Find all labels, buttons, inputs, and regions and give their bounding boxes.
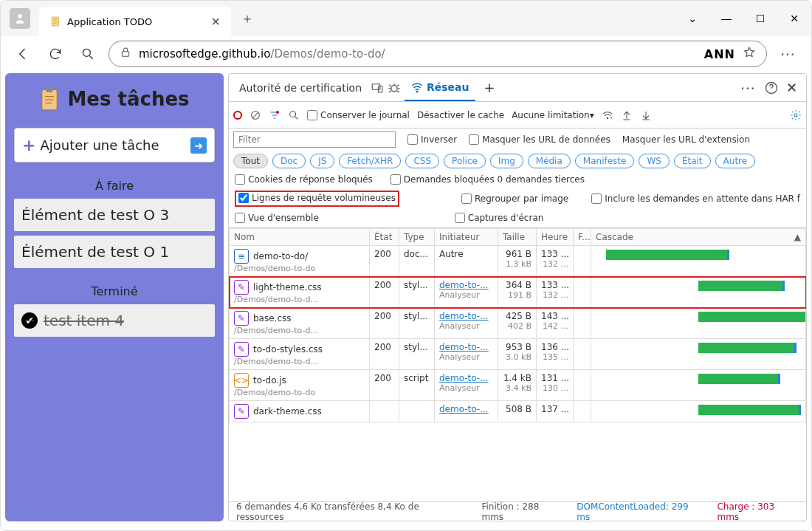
clear-button[interactable] <box>250 109 261 121</box>
devtools-panel: Autorité de certification Réseau + ⋯ ✕ C… <box>228 73 807 521</box>
network-filter-row: Inverser Masquer les URL de données Masq… <box>229 129 806 151</box>
chip-wasm[interactable]: Était <box>674 154 711 168</box>
window-maximize-button[interactable]: ☐ <box>743 4 777 33</box>
table-row[interactable]: ✎light-theme.css/Demos/demo-to-d...200st… <box>230 277 806 308</box>
table-row[interactable]: ✎to-do-styles.css/Demos/demo-to-d...200s… <box>230 339 806 370</box>
screenshots-checkbox[interactable]: Captures d'écran <box>455 213 544 223</box>
devtools-more-button[interactable]: ⋯ <box>736 79 761 97</box>
url-box[interactable]: microsoftedge.github.io/Demos/demo-to-do… <box>109 41 767 67</box>
search-button[interactable] <box>76 42 100 66</box>
tab-authority[interactable]: Autorité de certification <box>233 76 368 100</box>
hide-ext-label: Masquer les URL d'extension <box>622 134 750 145</box>
download-icon[interactable] <box>640 109 652 121</box>
window-caret-icon[interactable]: ⌄ <box>675 4 709 33</box>
devtools-tabstrip: Autorité de certification Réseau + ⋯ ✕ <box>229 74 806 102</box>
chip-manifest[interactable]: Manifeste <box>575 154 635 168</box>
table-row[interactable]: ✎base.css/Demos/demo-to-d...200styl...de… <box>230 308 806 339</box>
done-task-item[interactable]: ✔ test item 4 <box>14 304 215 337</box>
col-waterfall[interactable]: Cascade▲ <box>591 229 806 246</box>
chip-img[interactable]: Img <box>490 154 523 168</box>
svg-point-17 <box>276 111 279 114</box>
favorite-button[interactable] <box>743 46 756 62</box>
network-table[interactable]: Nom État Type Initiateur Taille Heure F.… <box>229 227 806 501</box>
chip-js[interactable]: JS <box>310 154 334 168</box>
lock-icon <box>120 47 131 61</box>
network-toolbar: Conserver le journal Désactiver le cache… <box>229 102 806 129</box>
col-time[interactable]: Heure <box>537 229 574 246</box>
large-rows-checkbox[interactable]: Lignes de requête volumineuses <box>238 193 396 203</box>
col-name[interactable]: Nom <box>230 229 370 246</box>
table-row[interactable]: ✎dark-theme.cssdemo-to-...508 B137 ... <box>230 401 806 422</box>
include-har-checkbox[interactable]: Inclure les demandes en attente dans HAR… <box>591 191 800 207</box>
search-icon[interactable] <box>288 109 300 121</box>
blocked-cookies-checkbox[interactable]: Cookies de réponse bloqués <box>235 174 373 185</box>
svg-point-18 <box>290 111 296 117</box>
chip-doc[interactable]: Doc <box>272 154 306 168</box>
section-done-label: Terminé <box>11 284 218 298</box>
col-initiator[interactable]: Initiateur <box>435 229 498 246</box>
chip-css[interactable]: CSS <box>405 154 439 168</box>
invert-checkbox[interactable]: Inverser <box>407 134 457 145</box>
app-title: Mes tâches <box>11 86 218 112</box>
plus-icon: + <box>22 136 35 154</box>
add-task-input[interactable]: + Ajouter une tâche ➜ <box>14 128 215 162</box>
chip-other[interactable]: Autre <box>715 154 756 168</box>
col-size[interactable]: Taille <box>498 229 537 246</box>
type-chips: Tout Doc JS Fetch/XHR CSS Police Img Méd… <box>229 151 806 173</box>
settings-gear-icon[interactable] <box>790 109 802 121</box>
tab-close-button[interactable]: ✕ <box>211 15 221 29</box>
record-button[interactable] <box>233 111 242 120</box>
chip-tout[interactable]: Tout <box>233 154 268 168</box>
chip-ws[interactable]: WS <box>639 154 669 168</box>
col-type[interactable]: Type <box>399 229 435 246</box>
table-row[interactable]: ≡demo-to-do//Demos/demo-to-do200doc...Au… <box>230 246 806 277</box>
reload-button[interactable] <box>44 42 67 66</box>
url-text: microsoftedge.github.io/Demos/demo-to-do… <box>139 47 385 61</box>
svg-point-4 <box>83 49 90 56</box>
upload-icon[interactable] <box>621 109 633 121</box>
browser-tab[interactable]: Application TODO ✕ <box>39 7 231 36</box>
col-f[interactable]: F... <box>574 229 591 246</box>
submit-task-button[interactable]: ➜ <box>190 137 207 154</box>
titlebar: Application TODO ✕ ＋ ⌄ ― ☐ ✕ <box>1 1 811 36</box>
status-dcl: DOMContentLoaded: 299 ms <box>577 501 703 522</box>
device-icon[interactable] <box>371 81 384 95</box>
devtools-close-button[interactable]: ✕ <box>782 80 802 95</box>
col-status[interactable]: État <box>370 229 399 246</box>
group-by-frame-checkbox[interactable]: Regrouper par image <box>461 191 568 207</box>
throttle-select[interactable]: Aucune limitation▾ <box>512 110 594 120</box>
tab-add[interactable]: + <box>478 74 501 101</box>
browser-menu-button[interactable]: ⋯ <box>776 45 801 63</box>
address-bar: microsoftedge.github.io/Demos/demo-to-do… <box>1 36 811 72</box>
task-item[interactable]: Élément de test O 3 <box>14 199 215 231</box>
help-icon[interactable] <box>764 80 779 95</box>
done-task-label: test item 4 <box>44 312 124 329</box>
network-conditions-icon[interactable] <box>602 109 613 121</box>
preserve-log-checkbox[interactable]: Conserver le journal <box>307 110 410 120</box>
table-row[interactable]: <>to-do.js/Demos/demo-to-do200scriptdemo… <box>230 370 806 401</box>
chip-font[interactable]: Police <box>444 154 486 168</box>
window-minimize-button[interactable]: ― <box>709 4 743 33</box>
back-button[interactable] <box>11 42 35 66</box>
blocked-requests-checkbox[interactable]: Demandes bloquées 0 demandes tierces <box>390 174 585 185</box>
bug-icon[interactable] <box>387 80 402 95</box>
hide-data-urls-checkbox[interactable]: Masquer les URL de données <box>469 134 610 145</box>
table-header-row[interactable]: Nom État Type Initiateur Taille Heure F.… <box>230 229 806 246</box>
filter-input[interactable] <box>233 131 396 148</box>
profile-avatar[interactable] <box>10 8 30 29</box>
window-close-button[interactable]: ✕ <box>777 4 811 33</box>
clipboard-icon <box>39 86 60 112</box>
network-options-row-1: Cookies de réponse bloqués Demandes bloq… <box>229 173 806 189</box>
svg-point-13 <box>391 85 397 91</box>
profile-ann: ANN <box>704 47 735 61</box>
disable-cache-checkbox[interactable]: Désactiver le cache <box>417 110 504 120</box>
tab-network[interactable]: Réseau <box>405 75 475 101</box>
overview-checkbox[interactable]: Vue d'ensemble <box>235 213 319 223</box>
chip-fetch[interactable]: Fetch/XHR <box>339 154 401 168</box>
chip-media[interactable]: Média <box>528 154 571 168</box>
new-tab-button[interactable]: ＋ <box>235 7 259 30</box>
status-requests: 6 demandes 4,6 Ko transférées 8,4 Ko de … <box>236 501 468 522</box>
task-item[interactable]: Élément de test O 1 <box>14 236 215 268</box>
network-statusbar: 6 demandes 4,6 Ko transférées 8,4 Ko de … <box>229 501 806 521</box>
filter-icon[interactable] <box>269 109 281 121</box>
